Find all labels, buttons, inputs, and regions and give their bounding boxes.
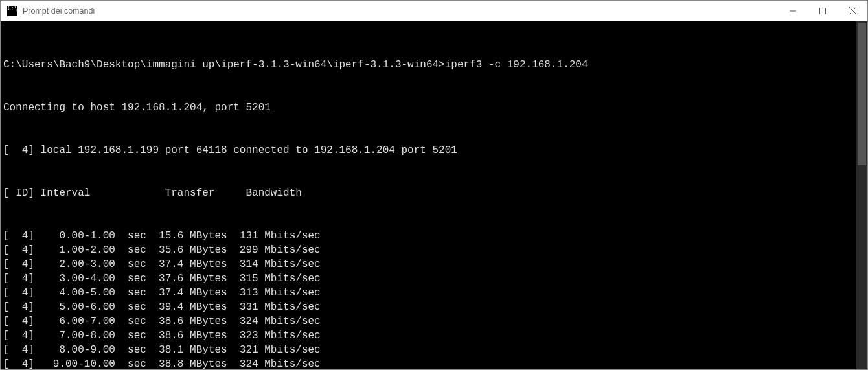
table-row: [ 4] 1.00-2.00 sec 35.6 MBytes 299 Mbits… <box>3 243 856 257</box>
terminal-area: C:\Users\Bach9\Desktop\immagini up\iperf… <box>1 21 867 369</box>
local-conn-line: [ 4] local 192.168.1.199 port 64118 conn… <box>3 143 856 157</box>
interval-rows: [ 4] 0.00-1.00 sec 15.6 MBytes 131 Mbits… <box>3 229 856 369</box>
table-row: [ 4] 7.00-8.00 sec 38.6 MBytes 323 Mbits… <box>3 329 856 343</box>
connecting-line: Connecting to host 192.168.1.204, port 5… <box>3 100 856 115</box>
header-row: [ ID] Interval Transfer Bandwidth <box>3 186 856 200</box>
table-row: [ 4] 5.00-6.00 sec 39.4 MBytes 331 Mbits… <box>3 300 856 314</box>
prompt-line: C:\Users\Bach9\Desktop\immagini up\iperf… <box>3 58 856 72</box>
svg-rect-0 <box>820 8 826 14</box>
table-row: [ 4] 8.00-9.00 sec 38.1 MBytes 321 Mbits… <box>3 343 856 357</box>
maximize-icon <box>819 8 826 14</box>
minimize-button[interactable] <box>778 1 808 21</box>
titlebar[interactable]: Prompt dei comandi <box>1 1 867 21</box>
table-row: [ 4] 3.00-4.00 sec 37.6 MBytes 315 Mbits… <box>3 272 856 286</box>
terminal-output[interactable]: C:\Users\Bach9\Desktop\immagini up\iperf… <box>1 21 856 369</box>
command-prompt-window: Prompt dei comandi C:\Users\Bach9\Deskto… <box>0 0 868 370</box>
scrollbar-thumb[interactable] <box>858 23 866 165</box>
close-button[interactable] <box>838 1 867 21</box>
table-row: [ 4] 9.00-10.00 sec 38.8 MBytes 324 Mbit… <box>3 357 856 369</box>
close-icon <box>849 7 856 14</box>
minimize-icon <box>790 8 796 14</box>
table-row: [ 4] 6.00-7.00 sec 38.6 MBytes 324 Mbits… <box>3 314 856 329</box>
cmd-icon <box>7 6 17 16</box>
table-row: [ 4] 4.00-5.00 sec 37.4 MBytes 313 Mbits… <box>3 286 856 300</box>
window-title: Prompt dei comandi <box>23 6 95 16</box>
table-row: [ 4] 2.00-3.00 sec 37.4 MBytes 314 Mbits… <box>3 257 856 272</box>
vertical-scrollbar[interactable] <box>856 21 867 369</box>
table-row: [ 4] 0.00-1.00 sec 15.6 MBytes 131 Mbits… <box>3 229 856 243</box>
maximize-button[interactable] <box>808 1 838 21</box>
